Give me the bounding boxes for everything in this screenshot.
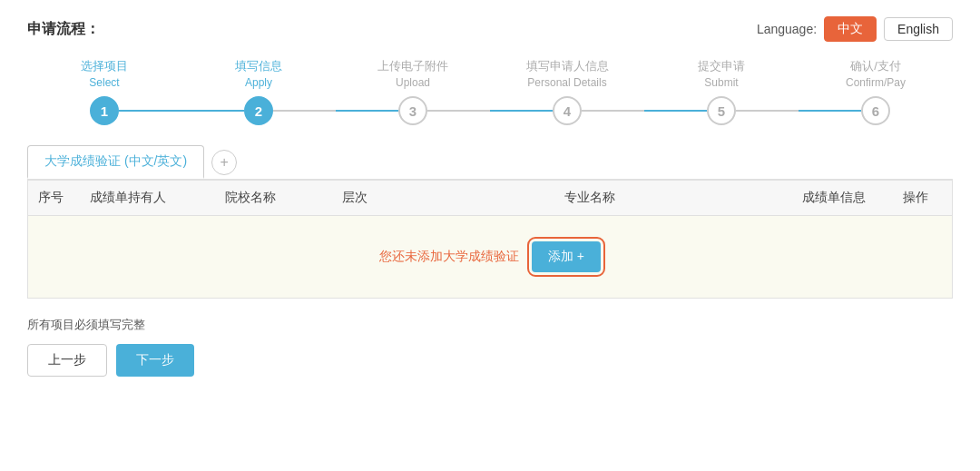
- empty-text: 您还未添加大学成绩验证: [379, 249, 519, 265]
- step-6: 确认/支付 Confirm/Pay 6: [799, 58, 953, 125]
- footer-note: 所有项目必须填写完整: [27, 317, 953, 333]
- step-1-label-zh: 选择项目: [81, 58, 128, 74]
- step-2-label-en: Apply: [245, 76, 272, 91]
- lang-zh-button[interactable]: 中文: [824, 16, 877, 42]
- col-header-school: 院校名称: [182, 190, 318, 206]
- header-row: 申请流程： Language: 中文 English: [27, 16, 953, 42]
- footer-buttons: 上一步 下一步: [27, 344, 953, 377]
- table-body: 您还未添加大学成绩验证 添加 +: [28, 216, 952, 298]
- step-6-label-zh: 确认/支付: [850, 58, 901, 74]
- stepper: 选择项目 Select 1 填写信息 Apply 2 上传电子附件 Upload: [27, 58, 953, 125]
- table-wrapper: 序号 成绩单持有人 院校名称 层次 专业名称 成绩单信息 操作 您还未添加大学成…: [27, 181, 953, 299]
- step-5-circle: 5: [707, 96, 736, 125]
- step-3-label-zh: 上传电子附件: [377, 58, 448, 74]
- step-1-label-en: Select: [89, 76, 119, 91]
- step-4-circle: 4: [553, 96, 582, 125]
- step-5-label-en: Submit: [704, 76, 738, 91]
- step-4-label-en: Personal Details: [527, 76, 606, 91]
- step-4-label-zh: 填写申请人信息: [526, 58, 609, 74]
- tab-row: 大学成绩验证 (中文/英文) +: [27, 145, 953, 181]
- next-button[interactable]: 下一步: [116, 344, 194, 377]
- step-2-label-zh: 填写信息: [235, 58, 282, 74]
- step-4: 填写申请人信息 Personal Details 4: [490, 58, 644, 125]
- step-2: 填写信息 Apply 2: [181, 58, 336, 125]
- page-title: 申请流程：: [27, 20, 100, 39]
- step-1: 选择项目 Select 1: [27, 58, 181, 125]
- step-5: 提交申请 Submit 5: [644, 58, 799, 125]
- step-3-label-en: Upload: [396, 76, 430, 91]
- step-5-label-zh: 提交申请: [698, 58, 745, 74]
- col-header-action: 操作: [879, 190, 952, 206]
- col-header-index: 序号: [28, 190, 74, 206]
- lang-en-button[interactable]: English: [884, 17, 953, 41]
- step-3-circle: 3: [398, 96, 427, 125]
- col-header-info: 成绩单信息: [789, 190, 879, 206]
- col-header-major: 专业名称: [391, 190, 789, 206]
- prev-button[interactable]: 上一步: [27, 344, 107, 377]
- language-section: Language: 中文 English: [757, 16, 953, 42]
- table-header: 序号 成绩单持有人 院校名称 层次 专业名称 成绩单信息 操作: [28, 181, 952, 216]
- step-3: 上传电子附件 Upload 3: [336, 58, 490, 125]
- tab-university-transcript[interactable]: 大学成绩验证 (中文/英文): [27, 145, 204, 179]
- step-1-circle: 1: [90, 96, 119, 125]
- add-record-button[interactable]: 添加 +: [532, 241, 601, 272]
- col-header-holder: 成绩单持有人: [74, 190, 182, 206]
- step-6-circle: 6: [861, 96, 890, 125]
- language-label: Language:: [757, 22, 817, 36]
- footer-section: 所有项目必须填写完整 上一步 下一步: [27, 317, 953, 377]
- col-header-level: 层次: [318, 190, 391, 206]
- tab-add-button[interactable]: +: [211, 150, 237, 175]
- step-2-circle: 2: [244, 96, 273, 125]
- step-6-label-en: Confirm/Pay: [846, 76, 906, 91]
